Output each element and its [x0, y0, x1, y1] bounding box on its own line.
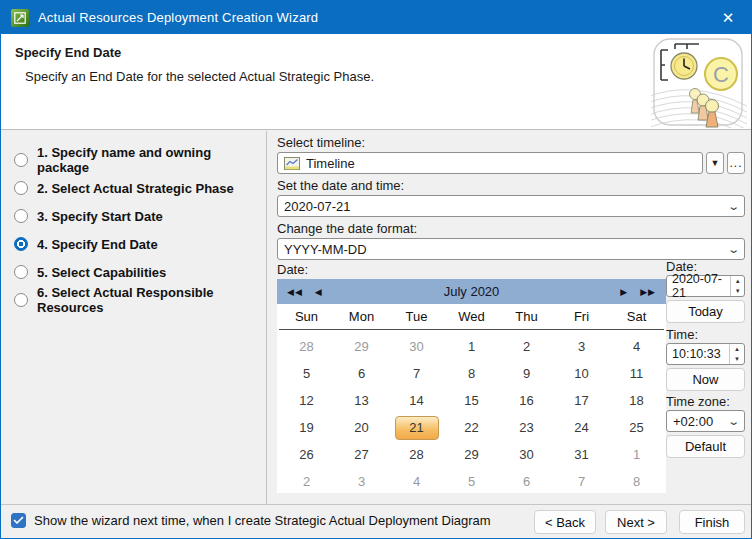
calendar-day[interactable]: 15	[444, 387, 499, 414]
calendar-day[interactable]: 2	[279, 468, 334, 495]
close-icon[interactable]: ✕	[705, 1, 751, 34]
calendar-day[interactable]: 17	[554, 387, 609, 414]
weekday-label: Mon	[334, 309, 389, 324]
calendar-weekday-row: SunMonTueWedThuFriSat	[279, 304, 664, 330]
prev-year-icon[interactable]: ◀◀	[287, 287, 303, 297]
calendar-day[interactable]: 3	[554, 333, 609, 360]
calendar-day[interactable]: 28	[279, 333, 334, 360]
calendar-day[interactable]: 9	[499, 360, 554, 387]
calendar-date-label: Date:	[277, 262, 308, 277]
checkbox-checked-icon[interactable]	[11, 513, 26, 528]
step-item-5[interactable]: 5. Select Capabilities	[1, 258, 266, 286]
next-button[interactable]: Next >	[605, 510, 667, 534]
radio-icon[interactable]	[14, 293, 28, 307]
calendar-day[interactable]: 30	[389, 333, 444, 360]
calendar-day[interactable]: 4	[609, 333, 664, 360]
step-item-6[interactable]: 6. Select Actual Responsible Resources	[1, 286, 266, 314]
date-format-value: YYYY-MM-DD	[284, 242, 367, 257]
chevron-down-icon: ⌄	[727, 243, 740, 256]
calendar-day[interactable]: 27	[334, 441, 389, 468]
time-spinner[interactable]: 10:10:33 ▲ ▼	[666, 343, 745, 365]
calendar-day[interactable]: 5	[279, 360, 334, 387]
finish-button[interactable]: Finish	[679, 510, 745, 534]
calendar-day[interactable]: 3	[334, 468, 389, 495]
timeline-browse-button[interactable]: ...	[727, 152, 745, 174]
wizard-graphic: C	[651, 36, 747, 128]
step-item-3[interactable]: 3. Specify Start Date	[1, 202, 266, 230]
calendar-day[interactable]: 22	[444, 414, 499, 441]
wizard-header: Specify End Date Specify an End Date for…	[1, 34, 751, 130]
calendar-day[interactable]: 30	[499, 441, 554, 468]
radio-icon[interactable]	[14, 209, 28, 223]
clock-icon	[671, 53, 697, 79]
radio-icon[interactable]	[14, 265, 28, 279]
spin-up-icon[interactable]: ▲	[731, 276, 744, 286]
next-year-icon[interactable]: ▶▶	[640, 287, 656, 297]
calendar-day[interactable]: 1	[609, 441, 664, 468]
ellipsis-icon: ...	[729, 156, 742, 170]
spin-up-icon[interactable]: ▲	[730, 344, 744, 354]
radio-selected-icon[interactable]	[14, 237, 28, 251]
calendar-day[interactable]: 12	[279, 387, 334, 414]
calendar-day[interactable]: 14	[389, 387, 444, 414]
calendar-day-selected[interactable]: 21	[389, 414, 444, 441]
date-format-combobox[interactable]: YYYY-MM-DD ⌄	[277, 238, 745, 260]
calendar-day[interactable]: 31	[554, 441, 609, 468]
radio-icon[interactable]	[14, 181, 28, 195]
calendar-day[interactable]: 8	[444, 360, 499, 387]
next-month-icon[interactable]: ▶	[620, 287, 628, 297]
calendar-day[interactable]: 11	[609, 360, 664, 387]
calendar-day[interactable]: 7	[554, 468, 609, 495]
timeline-label: Select timeline:	[277, 135, 365, 150]
default-button[interactable]: Default	[666, 435, 745, 458]
calendar-day[interactable]: 16	[499, 387, 554, 414]
step-item-2[interactable]: 2. Select Actual Strategic Phase	[1, 174, 266, 202]
calendar-day[interactable]: 6	[334, 360, 389, 387]
date-format-label: Change the date format:	[277, 221, 417, 236]
calendar-day[interactable]: 6	[499, 468, 554, 495]
calendar-day[interactable]: 13	[334, 387, 389, 414]
step-label: 1. Specify name and owning package	[37, 145, 266, 175]
calendar-header: ◀◀ ◀ July 2020 ▶ ▶▶	[277, 279, 666, 304]
show-wizard-checkbox-label: Show the wizard next time, when I create…	[34, 513, 491, 528]
calendar-day[interactable]: 4	[389, 468, 444, 495]
calendar-day[interactable]: 23	[499, 414, 554, 441]
window-title: Actual Resources Deployment Creation Wiz…	[38, 10, 318, 25]
step-label: 2. Select Actual Strategic Phase	[37, 181, 234, 196]
calendar-day[interactable]: 2	[499, 333, 554, 360]
step-item-1[interactable]: 1. Specify name and owning package	[1, 146, 266, 174]
calendar-day[interactable]: 26	[279, 441, 334, 468]
date-spinner[interactable]: 2020-07-21 ▲ ▼	[666, 275, 745, 297]
calendar-day[interactable]: 7	[389, 360, 444, 387]
calendar-day[interactable]: 8	[609, 468, 664, 495]
spin-down-icon[interactable]: ▼	[730, 354, 744, 364]
timezone-combobox[interactable]: +02:00 ⌄	[666, 410, 745, 432]
chevron-down-icon: ⌄	[727, 415, 740, 428]
radio-icon[interactable]	[14, 153, 28, 167]
calendar-day[interactable]: 18	[609, 387, 664, 414]
calendar-month-year: July 2020	[323, 284, 620, 299]
calendar-day[interactable]: 20	[334, 414, 389, 441]
timeline-dropdown-button[interactable]: ▼	[706, 152, 724, 174]
calendar-day[interactable]: 10	[554, 360, 609, 387]
spinner-arrows: ▲ ▼	[730, 276, 744, 296]
step-item-4[interactable]: 4. Specify End Date	[1, 230, 266, 258]
today-button[interactable]: Today	[666, 300, 745, 323]
calendar-day[interactable]: 5	[444, 468, 499, 495]
calendar-day[interactable]: 25	[609, 414, 664, 441]
prev-month-icon[interactable]: ◀	[315, 287, 323, 297]
back-button[interactable]: < Back	[534, 510, 596, 534]
calendar-day[interactable]: 19	[279, 414, 334, 441]
calendar-day[interactable]: 24	[554, 414, 609, 441]
show-wizard-checkbox-row[interactable]: Show the wizard next time, when I create…	[11, 513, 491, 528]
calendar-day[interactable]: 1	[444, 333, 499, 360]
footer-bar: Show the wizard next time, when I create…	[1, 504, 751, 538]
calendar-day[interactable]: 28	[389, 441, 444, 468]
datetime-combobox[interactable]: 2020-07-21 ⌄	[277, 195, 745, 217]
calendar-day[interactable]: 29	[334, 333, 389, 360]
spin-down-icon[interactable]: ▼	[731, 286, 744, 296]
timeline-field[interactable]: Timeline	[277, 152, 703, 174]
calendar-day[interactable]: 29	[444, 441, 499, 468]
main-area: 1. Specify name and owning package2. Sel…	[1, 131, 751, 506]
now-button[interactable]: Now	[666, 368, 745, 391]
